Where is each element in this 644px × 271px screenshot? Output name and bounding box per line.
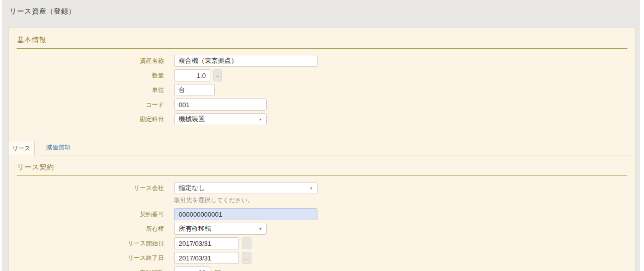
quantity-label: 数量 — [9, 71, 164, 80]
lease-company-label: リース会社 — [9, 184, 164, 193]
form-row-code: コード — [9, 99, 635, 111]
page-title: リース資産（登録） — [2, 0, 640, 16]
lease-contract-form: リース会社 指定なし ▼ 取引先を選択してください。 契約番号 所有権 — [9, 176, 635, 271]
ownership-select-value: 所有権移転 — [179, 224, 211, 233]
basic-info-form: 資産名称 数量 ⌄ 単位 — [9, 49, 635, 125]
lease-start-date-input[interactable] — [174, 237, 239, 249]
account-select[interactable]: 機械装置 ▼ — [174, 113, 267, 125]
code-label: コード — [9, 101, 164, 109]
form-row-contract-number: 契約番号 — [9, 208, 635, 220]
code-input[interactable] — [174, 99, 267, 111]
account-label: 勘定科目 — [9, 115, 164, 124]
form-row-ownership: 所有権 所有権移転 ▼ — [9, 223, 635, 235]
tab-lease[interactable]: リース — [8, 141, 35, 155]
unit-label: 単位 — [9, 86, 164, 95]
lease-start-date-label: リース開始日 — [9, 239, 164, 248]
tab-lease-label: リース — [12, 144, 31, 153]
ellipsis-icon: ... — [244, 255, 250, 261]
quantity-stepper-button[interactable]: ⌄ — [213, 69, 222, 81]
lease-end-date-input[interactable] — [174, 252, 239, 264]
lease-end-date-label: リース終了日 — [9, 254, 164, 262]
asset-name-input[interactable] — [174, 55, 317, 67]
account-select-value: 機械装置 — [179, 115, 205, 124]
lease-company-hint: 取引先を選択してください。 — [174, 197, 635, 204]
form-row-lease-end-date: リース終了日 ... — [9, 252, 635, 264]
payment-count-input[interactable] — [174, 266, 210, 271]
chevron-down-icon: ⌄ — [215, 73, 219, 78]
unit-input[interactable] — [174, 84, 215, 96]
lease-company-select[interactable]: 指定なし ▼ — [174, 182, 317, 194]
quantity-input[interactable] — [174, 69, 210, 81]
tab-bar: リース 減価償却 — [9, 140, 635, 155]
form-row-lease-company: リース会社 指定なし ▼ — [9, 182, 635, 194]
lease-start-date-picker-button[interactable]: ... — [242, 237, 252, 249]
asset-name-label: 資産名称 — [9, 57, 164, 65]
lease-company-select-value: 指定なし — [179, 184, 205, 193]
contract-number-label: 契約番号 — [9, 210, 164, 219]
tab-depreciation-label: 減価償却 — [46, 143, 70, 152]
ellipsis-icon: ... — [244, 241, 250, 246]
tab-depreciation[interactable]: 減価償却 — [40, 140, 76, 155]
form-row-lease-start-date: リース開始日 ... — [9, 237, 635, 249]
payment-count-suffix: 回 — [215, 268, 221, 271]
ownership-select[interactable]: 所有権移転 ▼ — [174, 223, 267, 235]
app-background: リース資産（登録） 基本情報 資産名称 数量 ⌄ 単位 — [2, 0, 640, 271]
section-title-lease-contract: リース契約 — [17, 155, 627, 176]
ownership-label: 所有権 — [9, 225, 164, 233]
form-row-payment-count: 支払回数 回 — [9, 266, 635, 271]
form-row-unit: 単位 — [9, 84, 635, 96]
form-row-quantity: 数量 ⌄ — [9, 69, 635, 81]
form-row-asset-name: 資産名称 — [9, 55, 635, 67]
section-title-basic-info: 基本情報 — [17, 28, 627, 49]
payment-count-label: 支払回数 — [9, 268, 164, 271]
form-row-account: 勘定科目 機械装置 ▼ — [9, 113, 635, 125]
dropdown-arrow-icon: ▼ — [259, 227, 262, 231]
dropdown-arrow-icon: ▼ — [259, 118, 262, 121]
lease-end-date-picker-button[interactable]: ... — [242, 252, 252, 264]
lease-asset-form-panel: 基本情報 資産名称 数量 ⌄ 単位 — [8, 28, 636, 271]
dropdown-arrow-icon: ▼ — [309, 187, 313, 190]
contract-number-input[interactable] — [174, 208, 317, 220]
